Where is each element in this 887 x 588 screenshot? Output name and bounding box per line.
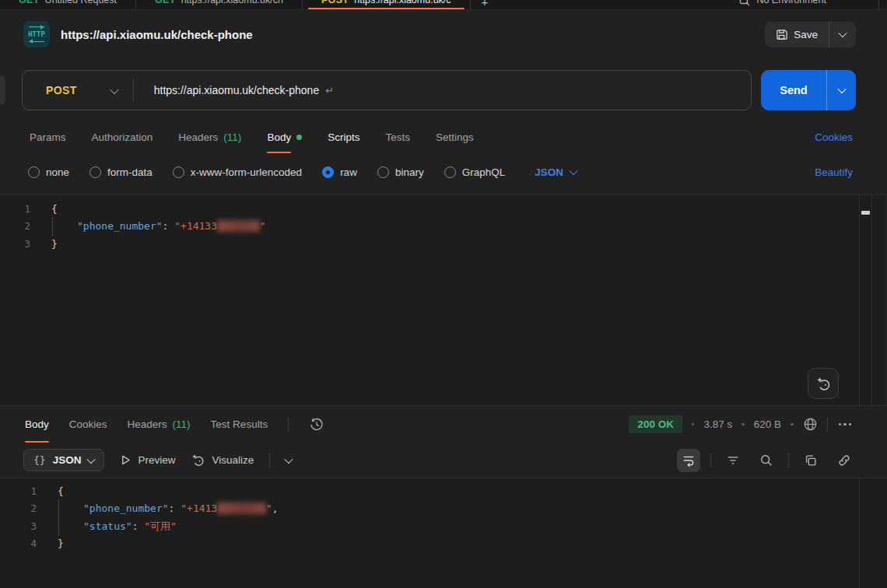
response-size[interactable]: 620 B bbox=[754, 418, 781, 430]
tab-count-badge: (11) bbox=[223, 131, 241, 143]
environment-selector[interactable]: No Environment bbox=[739, 0, 887, 9]
open-request-tabs: GETUntitled RequestGEThttps://api.xiaomu… bbox=[0, 0, 471, 9]
radio-icon bbox=[89, 166, 101, 178]
http-arrow-left-icon bbox=[29, 41, 44, 42]
tab-open-request-1[interactable]: GETUntitled Request bbox=[0, 0, 136, 9]
postbot-button[interactable] bbox=[808, 368, 839, 399]
radio-label: form-data bbox=[107, 166, 153, 178]
history-icon[interactable] bbox=[309, 417, 324, 432]
filter-button[interactable] bbox=[721, 449, 745, 472]
code-token: " bbox=[260, 220, 266, 232]
scrollbar-handle[interactable] bbox=[861, 211, 870, 215]
postbot-icon bbox=[815, 376, 832, 392]
indent-guide bbox=[58, 517, 59, 536]
tab-method-label: GET bbox=[155, 0, 176, 5]
radio-none[interactable]: none bbox=[28, 166, 69, 178]
search-button[interactable] bbox=[755, 449, 778, 472]
radio-x-www-form-urlencoded[interactable]: x-www-form-urlencoded bbox=[173, 166, 302, 178]
request-header: HTTP https://api.xiaomu.uk/check-phone S… bbox=[0, 10, 887, 58]
send-options-button[interactable] bbox=[826, 70, 856, 110]
method-selector[interactable]: POST bbox=[23, 84, 77, 96]
preview-label: Preview bbox=[138, 454, 175, 466]
tab-cookies[interactable]: Cookies bbox=[69, 406, 107, 443]
save-button[interactable]: Save bbox=[765, 22, 829, 47]
braces-icon: {} bbox=[33, 454, 46, 466]
divider bbox=[710, 453, 711, 467]
send-button[interactable]: Send bbox=[761, 70, 826, 110]
tab-body[interactable]: Body bbox=[25, 406, 49, 443]
tab-open-request-3[interactable]: POSThttps://api.xiaomu.uk/c bbox=[303, 0, 471, 9]
send-button-group: Send bbox=[761, 70, 856, 110]
response-time[interactable]: 3.87 s bbox=[703, 418, 732, 430]
tab-tests[interactable]: Tests bbox=[385, 121, 410, 153]
radio-icon bbox=[173, 166, 184, 178]
radio-graphql[interactable]: GraphQL bbox=[444, 166, 506, 178]
request-body-editor[interactable]: 1{2"phone_number": "+141330000000"3} bbox=[0, 194, 887, 406]
line-number: 2 bbox=[0, 500, 58, 517]
link-button[interactable] bbox=[833, 449, 856, 472]
environment-label: No Environment bbox=[756, 0, 826, 5]
code-token: " bbox=[266, 502, 272, 514]
more-views-chevron-down-icon[interactable] bbox=[285, 454, 293, 463]
radio-binary[interactable]: binary bbox=[377, 166, 424, 178]
tab-authorization[interactable]: Authorization bbox=[92, 121, 153, 153]
unsaved-dot-icon bbox=[296, 135, 302, 140]
wrap-text-button[interactable] bbox=[677, 449, 700, 472]
tab-headers[interactable]: Headers(11) bbox=[178, 121, 241, 153]
visualize-button[interactable]: Visualize bbox=[191, 453, 254, 467]
sidebar-handle[interactable] bbox=[0, 75, 5, 105]
http-icon: HTTP bbox=[23, 21, 50, 47]
new-tab-button[interactable]: + bbox=[471, 0, 500, 5]
tab-method-label: GET bbox=[19, 0, 40, 5]
radio-label: raw bbox=[340, 166, 357, 178]
tab-open-request-2[interactable]: GEThttps://api.xiaomu.uk/ch bbox=[136, 0, 303, 9]
search-icon bbox=[759, 453, 773, 467]
status-badge[interactable]: 200 OK bbox=[629, 415, 682, 433]
tab-body[interactable]: Body bbox=[267, 121, 302, 153]
cookies-link[interactable]: Cookies bbox=[815, 131, 853, 143]
code-line: 4} bbox=[0, 535, 887, 552]
tab-label: Authorization bbox=[92, 131, 153, 143]
indent-guide bbox=[52, 217, 53, 236]
method-chevron-down-icon[interactable] bbox=[111, 85, 117, 96]
request-editor-scrollbar[interactable] bbox=[859, 195, 872, 405]
response-format-selector[interactable]: {} JSON bbox=[23, 449, 104, 471]
code-token: : bbox=[169, 502, 181, 514]
url-input[interactable]: https://api.xiaomu.uk/check-phone bbox=[134, 84, 319, 96]
tab-params[interactable]: Params bbox=[30, 121, 66, 153]
indent-guide bbox=[58, 499, 59, 518]
raw-language-selector[interactable]: JSON bbox=[535, 166, 577, 178]
code-content: { bbox=[51, 201, 58, 218]
tab-scripts[interactable]: Scripts bbox=[328, 121, 359, 153]
topbar-divider bbox=[878, 0, 879, 9]
save-options-button[interactable] bbox=[829, 22, 856, 47]
tab-test-results[interactable]: Test Results bbox=[211, 406, 268, 443]
beautify-link[interactable]: Beautify bbox=[815, 166, 853, 178]
response-toolbar: {} JSON Preview Visualize bbox=[0, 443, 887, 478]
response-editor-scrollbar[interactable] bbox=[859, 478, 872, 588]
dot-separator bbox=[692, 423, 695, 426]
divider bbox=[288, 418, 289, 432]
globe-icon[interactable] bbox=[803, 417, 818, 432]
response-code: 1{2"phone_number": "+141300000000",3"sta… bbox=[0, 483, 887, 553]
line-number: 1 bbox=[0, 483, 58, 500]
redacted-text: 0000000 bbox=[217, 220, 260, 232]
preview-button[interactable]: Preview bbox=[120, 454, 175, 466]
environment-search-icon bbox=[739, 0, 750, 6]
copy-button[interactable] bbox=[799, 449, 822, 472]
line-number: 3 bbox=[0, 518, 58, 535]
radio-raw[interactable]: raw bbox=[322, 166, 357, 178]
tab-settings[interactable]: Settings bbox=[436, 121, 474, 153]
more-icon[interactable] bbox=[837, 423, 854, 426]
tab-headers[interactable]: Headers(11) bbox=[128, 406, 191, 443]
response-body-editor[interactable]: 1{2"phone_number": "+141300000000",3"sta… bbox=[0, 478, 887, 588]
radio-form-data[interactable]: form-data bbox=[89, 166, 153, 178]
code-content: "status": "可用" bbox=[58, 518, 177, 535]
code-line: 2"phone_number": "+141300000000", bbox=[0, 500, 887, 517]
code-token: : bbox=[163, 220, 175, 232]
save-button-group: Save bbox=[765, 22, 856, 47]
response-tools bbox=[677, 449, 856, 472]
tab-label: Body bbox=[267, 131, 291, 143]
body-type-radios: noneform-datax-www-form-urlencodedrawbin… bbox=[28, 166, 505, 178]
code-token: "+1413 bbox=[181, 502, 217, 514]
